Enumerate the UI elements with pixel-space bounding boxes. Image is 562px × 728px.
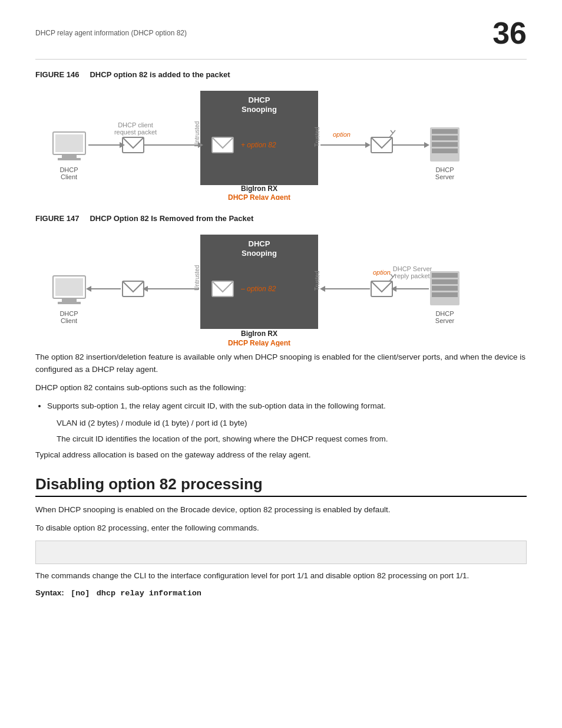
svg-rect-44 xyxy=(55,278,83,296)
syntax-label: Syntax: xyxy=(35,588,64,597)
svg-text:BigIron RX: BigIron RX xyxy=(241,330,277,338)
body-para3: Typical address allocation is based on t… xyxy=(35,449,527,462)
svg-text:Server: Server xyxy=(435,173,455,180)
header-title: DHCP relay agent information (DHCP optio… xyxy=(35,29,187,37)
svg-marker-21 xyxy=(365,142,371,148)
syntax-command: dhcp relay information xyxy=(97,589,201,598)
figure147-caption: FIGURE 147 DHCP Option 82 Is Removed fro… xyxy=(35,214,527,223)
svg-line-24 xyxy=(389,133,393,137)
svg-rect-33 xyxy=(432,149,458,153)
svg-rect-23 xyxy=(371,137,392,153)
page-header: DHCP relay agent information (DHCP optio… xyxy=(35,18,527,48)
bullet-item-1: Supports sub-option 1, the relay agent c… xyxy=(47,400,527,413)
indent-para1: VLAN id (2 bytes) / module id (1 byte) /… xyxy=(57,417,527,430)
svg-text:request packet: request packet xyxy=(114,129,157,136)
svg-rect-68 xyxy=(432,273,458,278)
svg-text:BigIron RX: BigIron RX xyxy=(241,185,277,193)
svg-text:+ option 82: + option 82 xyxy=(241,141,276,149)
figure146-label: FIGURE 146 xyxy=(35,70,79,79)
body-para2: DHCP option 82 contains sub-options such… xyxy=(35,382,527,394)
svg-text:reply packet: reply packet xyxy=(395,272,429,279)
svg-rect-11 xyxy=(123,137,144,153)
svg-text:option: option xyxy=(373,269,391,276)
svg-line-25 xyxy=(391,130,393,133)
svg-text:DHCP: DHCP xyxy=(435,310,454,317)
command-box xyxy=(35,541,527,564)
svg-text:Untrusted: Untrusted xyxy=(194,121,200,147)
svg-text:option: option xyxy=(333,131,351,138)
svg-text:DHCP: DHCP xyxy=(59,166,78,173)
figure146-svg: DHCP Snooping DHCP Client DHCP client re… xyxy=(35,85,527,200)
svg-text:Client: Client xyxy=(61,317,77,324)
body-para6: The commands change the CLI to the inter… xyxy=(35,570,527,582)
svg-text:DHCP: DHCP xyxy=(435,166,454,173)
svg-marker-28 xyxy=(424,142,429,148)
svg-text:Snooping: Snooping xyxy=(242,105,277,114)
page: DHCP relay agent information (DHCP optio… xyxy=(0,0,562,728)
body-para5: To disable option 82 processing, enter t… xyxy=(35,522,527,535)
svg-text:DHCP client: DHCP client xyxy=(118,121,153,129)
svg-line-26 xyxy=(393,130,395,133)
svg-rect-43 xyxy=(58,302,81,304)
svg-rect-71 xyxy=(432,292,458,297)
figure146-caption: FIGURE 146 DHCP option 82 is added to th… xyxy=(35,70,527,79)
header-divider xyxy=(35,59,527,60)
svg-rect-59 xyxy=(371,281,392,297)
svg-text:Trusted: Trusted xyxy=(314,127,320,147)
syntax-optional: [no] xyxy=(71,589,90,598)
body-para1: The option 82 insertion/deletion feature… xyxy=(35,351,527,376)
svg-rect-5 xyxy=(58,158,81,160)
svg-text:Server: Server xyxy=(435,317,455,324)
svg-marker-64 xyxy=(320,286,325,292)
svg-line-61 xyxy=(391,274,393,277)
svg-text:DHCP: DHCP xyxy=(59,310,78,317)
svg-text:DHCP Relay Agent: DHCP Relay Agent xyxy=(228,339,290,347)
figure146-desc: DHCP option 82 is added to the packet xyxy=(90,70,230,79)
svg-text:Snooping: Snooping xyxy=(242,249,277,258)
figure147-diagram: DHCP Snooping DHCP Client DHCP Server re… xyxy=(35,229,527,347)
indent-para2: The circuit ID identifies the location o… xyxy=(57,433,527,446)
svg-text:DHCP Server: DHCP Server xyxy=(393,265,432,272)
svg-text:DHCP: DHCP xyxy=(249,239,270,248)
figure147-svg: DHCP Snooping DHCP Client DHCP Server re… xyxy=(35,229,527,347)
svg-rect-69 xyxy=(432,279,458,284)
bullet-list: Supports sub-option 1, the relay agent c… xyxy=(47,400,527,413)
svg-line-60 xyxy=(389,277,393,281)
svg-rect-42 xyxy=(62,298,77,302)
section-heading-disabling: Disabling option 82 processing xyxy=(35,475,527,497)
svg-marker-51 xyxy=(86,286,91,292)
svg-rect-32 xyxy=(432,142,458,147)
svg-text:Client: Client xyxy=(61,173,77,180)
svg-text:– option 82: – option 82 xyxy=(240,285,276,293)
svg-rect-6 xyxy=(55,134,83,152)
svg-text:DHCP Relay Agent: DHCP Relay Agent xyxy=(228,193,290,200)
svg-rect-54 xyxy=(212,281,233,297)
svg-rect-70 xyxy=(432,286,458,291)
svg-rect-16 xyxy=(212,137,233,153)
svg-rect-31 xyxy=(432,136,458,140)
figure147-label: FIGURE 147 xyxy=(35,214,79,223)
figure147-desc: DHCP Option 82 Is Removed from the Packe… xyxy=(90,214,253,223)
svg-text:Trusted: Trusted xyxy=(314,271,320,291)
svg-text:DHCP: DHCP xyxy=(249,95,270,104)
syntax-line: Syntax: [no] dhcp relay information xyxy=(35,588,527,598)
figure146-diagram: DHCP Snooping DHCP Client DHCP client re… xyxy=(35,85,527,200)
svg-rect-49 xyxy=(123,281,144,297)
body-para4: When DHCP snooping is enabled on the Bro… xyxy=(35,504,527,516)
svg-text:Untrusted: Untrusted xyxy=(194,265,200,291)
chapter-number: 36 xyxy=(492,18,527,48)
svg-rect-30 xyxy=(432,129,458,134)
svg-rect-4 xyxy=(62,154,77,158)
